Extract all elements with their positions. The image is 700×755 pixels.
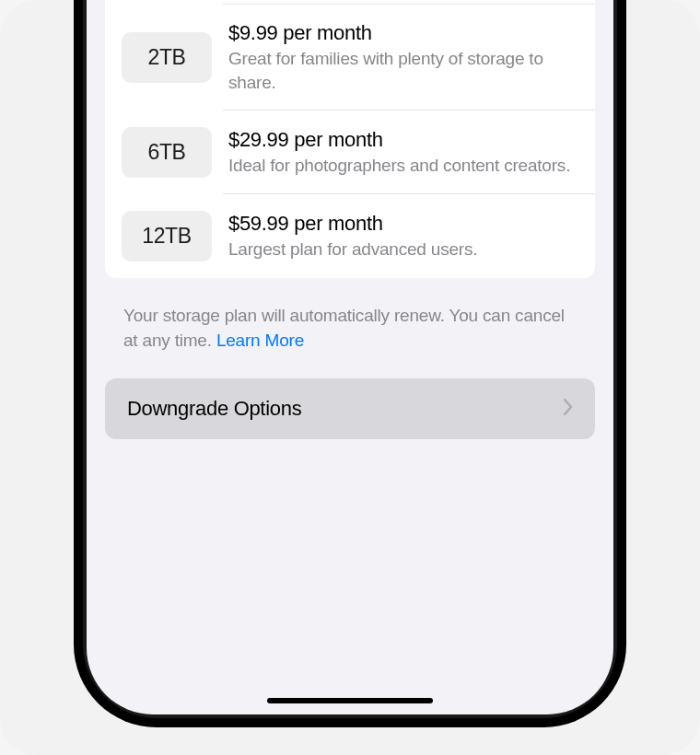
- downgrade-options-button[interactable]: Downgrade Options: [105, 378, 595, 439]
- tier-label: 2TB: [148, 45, 186, 69]
- home-indicator[interactable]: [267, 698, 433, 703]
- plan-price: $29.99 per month: [228, 128, 578, 152]
- plan-row-12tb[interactable]: 12TB $59.99 per month Largest plan for a…: [105, 194, 595, 278]
- renewal-disclaimer: Your storage plan will automatically ren…: [105, 304, 595, 353]
- phone-frame: 200GB $2.99 per month More space for lot…: [74, 0, 626, 727]
- renewal-text: Your storage plan will automatically ren…: [123, 306, 565, 350]
- learn-more-link[interactable]: Learn More: [216, 331, 304, 350]
- plan-price: $9.99 per month: [228, 21, 578, 45]
- plan-price: $59.99 per month: [228, 212, 578, 236]
- storage-plans-card: 200GB $2.99 per month More space for lot…: [105, 0, 595, 278]
- tier-badge: 2TB: [122, 32, 212, 83]
- plan-details: $29.99 per month Ideal for photographers…: [228, 128, 578, 178]
- phone-screen: 200GB $2.99 per month More space for lot…: [87, 0, 613, 714]
- downgrade-label: Downgrade Options: [127, 397, 301, 421]
- plan-details: $9.99 per month Great for families with …: [228, 21, 578, 94]
- tier-badge: 6TB: [122, 127, 212, 178]
- page-container: 200GB $2.99 per month More space for lot…: [0, 0, 700, 755]
- plan-details: $59.99 per month Largest plan for advanc…: [228, 212, 578, 261]
- content-area: 200GB $2.99 per month More space for lot…: [87, 0, 613, 714]
- tier-label: 6TB: [148, 140, 186, 164]
- chevron-right-icon: [564, 397, 573, 421]
- plan-description: Largest plan for advanced users.: [228, 238, 578, 261]
- tier-badge: 12TB: [122, 211, 212, 261]
- plan-description: Ideal for photographers and content crea…: [228, 154, 578, 178]
- tier-label: 12TB: [142, 224, 191, 248]
- plan-row-2tb[interactable]: 2TB $9.99 per month Great for families w…: [105, 5, 595, 110]
- plan-description: Great for families with plenty of storag…: [228, 47, 578, 94]
- plan-row-6tb[interactable]: 6TB $29.99 per month Ideal for photograp…: [105, 110, 595, 194]
- phone-inner-frame: 200GB $2.99 per month More space for lot…: [83, 0, 617, 718]
